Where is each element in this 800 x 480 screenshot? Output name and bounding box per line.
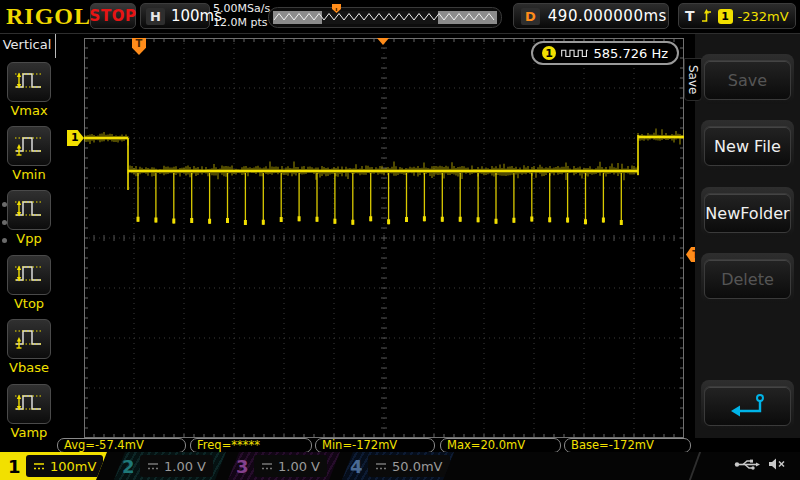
dc-coupling-icon <box>33 462 45 471</box>
trigger-level-value: -232mV <box>738 9 789 24</box>
vamp-icon <box>13 389 45 419</box>
measurement-avg[interactable]: Avg=-57.4mV <box>57 438 186 453</box>
square-wave-icon <box>561 47 589 59</box>
vamp-label: Vamp <box>7 425 51 440</box>
speaker-muted-icon <box>768 457 786 471</box>
vtop-label: Vtop <box>7 296 51 311</box>
waveform-display-area <box>84 38 684 438</box>
vbase-button[interactable] <box>7 319 51 359</box>
return-arrow-icon <box>727 392 769 420</box>
vmin-icon <box>13 131 45 161</box>
channel-2-status[interactable]: 2 1.00 V <box>114 452 226 480</box>
measurement-base[interactable]: Base=-172mV <box>564 438 691 453</box>
horizontal-label: H <box>146 8 165 25</box>
usb-icon <box>734 458 760 471</box>
left-measure-menu: Vertical Vmax Vmin Vpp Vtop Vbase Vamp <box>0 34 56 480</box>
vmin-label: Vmin <box>7 167 51 182</box>
vpp-label: Vpp <box>7 231 51 246</box>
vmax-icon <box>13 67 45 97</box>
measurement-freq[interactable]: Freq=***** <box>190 438 312 453</box>
soft-slot-save: Save <box>701 54 794 104</box>
dc-coupling-icon <box>147 462 159 471</box>
vpp-button[interactable] <box>7 190 51 230</box>
memory-depth: 12.0M pts <box>213 16 270 30</box>
trigger-delay-box[interactable]: D 490.000000ms <box>513 3 669 29</box>
system-status-icons <box>734 457 786 471</box>
ch2-scale: 1.00 V <box>164 459 206 474</box>
ch1-waveform-trace <box>84 38 684 438</box>
trigger-source-badge: 1 <box>718 9 733 24</box>
ch3-scale: 1.00 V <box>278 459 320 474</box>
rigol-logo: RIGOL <box>6 3 91 30</box>
waveform-position-preview[interactable] <box>268 4 502 29</box>
measurement-max[interactable]: Max=20.0mV <box>440 438 561 453</box>
channel-3-status[interactable]: 3 1.00 V <box>228 452 340 480</box>
channel-4-status[interactable]: 4 50.0mV <box>342 452 454 480</box>
ch4-scale: 50.0mV <box>392 459 443 474</box>
menu-tab-title: Save <box>684 58 702 101</box>
vpp-icon <box>13 195 45 225</box>
measure-menu-title: Vertical <box>0 37 54 52</box>
ch3-number: 3 <box>236 456 252 477</box>
vmax-button[interactable] <box>7 62 51 102</box>
frequency-counter: 1 585.726 Hz <box>531 41 679 65</box>
vmin-button[interactable] <box>7 126 51 166</box>
new-file-button[interactable]: New File <box>704 126 791 166</box>
measurement-min[interactable]: Min=-172mV <box>315 438 435 453</box>
oscilloscope-screen: RIGOL STOP H 100ms 5.00MSa/s 12.0M pts D… <box>0 0 800 480</box>
back-button[interactable] <box>704 386 791 426</box>
ch1-level-marker[interactable]: 1 <box>67 130 84 146</box>
vamp-button[interactable] <box>7 384 51 424</box>
vbase-label: Vbase <box>7 360 51 375</box>
counter-value: 585.726 Hz <box>594 46 669 61</box>
run-stop-status[interactable]: STOP <box>90 3 136 29</box>
soft-menu-panel: Save Save New File NewFolder Delete <box>695 34 800 438</box>
vbase-icon <box>13 324 45 354</box>
menu-title-divider <box>55 34 56 58</box>
soft-slot-back <box>701 380 794 430</box>
ch4-number: 4 <box>350 456 366 477</box>
vtop-button[interactable] <box>7 255 51 295</box>
ch1-scale: 100mV <box>50 459 96 474</box>
horizontal-timebase-box[interactable]: H 100ms <box>140 3 210 29</box>
soft-slot-delete: Delete <box>701 253 794 303</box>
measure-item-vpp: Vpp <box>7 190 51 246</box>
channel-1-status[interactable]: 1 100mV <box>0 452 110 480</box>
dc-coupling-icon <box>375 462 387 471</box>
dc-coupling-icon <box>261 462 273 471</box>
measure-item-vamp: Vamp <box>7 384 51 440</box>
delay-label: D <box>521 8 540 25</box>
sample-rate: 5.00MSa/s <box>213 2 270 16</box>
delay-value: 490.000000ms <box>548 7 667 25</box>
preview-waveform-icon <box>268 4 502 29</box>
save-button[interactable]: Save <box>704 60 791 100</box>
measure-item-vmin: Vmin <box>7 126 51 182</box>
statusbar-divider <box>689 452 731 480</box>
measure-item-vbase: Vbase <box>7 319 51 375</box>
vtop-icon <box>13 260 45 290</box>
soft-slot-new-file: New File <box>701 120 794 170</box>
menu-page-indicator <box>2 202 7 243</box>
screen-center-marker-icon <box>377 38 389 45</box>
run-state-label: STOP <box>90 7 137 25</box>
acquisition-info: 5.00MSa/s 12.0M pts <box>213 2 270 30</box>
counter-source-badge: 1 <box>542 46 556 60</box>
ch2-number: 2 <box>122 456 138 477</box>
trigger-status-box[interactable]: T 1 -232mV <box>678 3 796 29</box>
new-folder-button[interactable]: NewFolder <box>704 193 791 233</box>
trigger-label: T <box>685 8 695 24</box>
rising-edge-icon <box>700 8 713 24</box>
delete-button[interactable]: Delete <box>704 259 791 299</box>
vmax-label: Vmax <box>7 103 51 118</box>
ch1-number: 1 <box>8 456 24 477</box>
channel-status-bar: 1 100mV 2 1.00 V 3 <box>0 452 800 480</box>
top-status-bar: RIGOL STOP H 100ms 5.00MSa/s 12.0M pts D… <box>0 0 800 34</box>
measure-item-vtop: Vtop <box>7 255 51 311</box>
soft-slot-new-folder: NewFolder <box>701 187 794 237</box>
measure-item-vmax: Vmax <box>7 62 51 118</box>
